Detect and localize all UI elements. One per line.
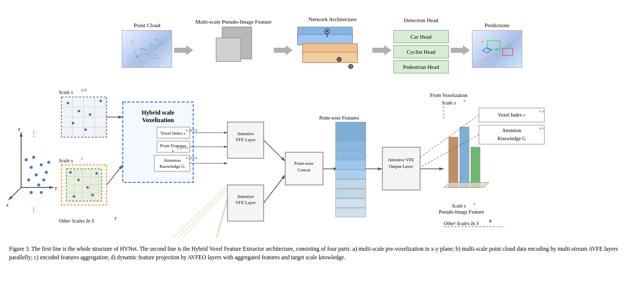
svg-text:t: t xyxy=(82,156,83,161)
svg-point-31 xyxy=(30,166,33,169)
arrow4 xyxy=(451,43,470,58)
diagram-area: z y x ⋮ ⋮ xyxy=(6,87,638,243)
detection-head-boxes: Car Head Cyclist Head Pedestrian Head xyxy=(393,30,449,73)
svg-text:R: R xyxy=(489,219,492,224)
svg-point-56 xyxy=(100,100,102,103)
svg-text:Pseudo-Image Feature: Pseudo-Image Feature xyxy=(439,209,484,215)
svg-rect-151 xyxy=(336,189,366,198)
svg-point-38 xyxy=(37,183,40,186)
detection-head-label: Detection Head xyxy=(404,17,438,23)
svg-point-37 xyxy=(42,178,45,181)
svg-text:Attention: Attention xyxy=(502,128,521,133)
svg-text:s_r: s_r xyxy=(539,126,544,130)
svg-text:Voxel Index  c: Voxel Index c xyxy=(160,131,186,136)
svg-text:z: z xyxy=(18,126,21,132)
point-cloud-image xyxy=(122,30,172,68)
svg-point-6 xyxy=(162,44,163,45)
point-cloud-section: Point Cloud xyxy=(122,22,172,68)
svg-point-75 xyxy=(73,195,75,198)
detection-head-section: Detection Head Car Head Cyclist Head Ped… xyxy=(393,17,449,73)
svg-point-33 xyxy=(40,163,43,166)
svg-rect-150 xyxy=(336,179,366,188)
svg-line-23 xyxy=(488,50,492,53)
svg-marker-10 xyxy=(174,45,193,55)
main-container: Point Cloud xyxy=(0,0,644,299)
network-arch-section: Network Architecture ⊕ ⊕ xyxy=(295,16,370,74)
svg-point-4 xyxy=(144,49,145,50)
svg-marker-11 xyxy=(274,45,293,55)
svg-marker-16 xyxy=(451,45,470,55)
svg-text:Other Scales In S: Other Scales In S xyxy=(444,221,479,226)
svg-text:Scale s: Scale s xyxy=(59,89,73,95)
svg-line-29 xyxy=(9,187,21,200)
svg-text:x: x xyxy=(6,202,9,208)
svg-line-130 xyxy=(207,200,227,238)
car-head-box: Car Head xyxy=(393,30,449,43)
svg-rect-159 xyxy=(449,137,458,187)
svg-text:From  Voxelization: From Voxelization xyxy=(430,92,467,98)
svg-point-74 xyxy=(96,172,98,175)
svg-text:T: T xyxy=(114,217,117,221)
svg-point-76 xyxy=(92,194,94,196)
svg-line-17 xyxy=(477,41,518,61)
diagram-svg: z y x ⋮ ⋮ xyxy=(6,87,638,238)
svg-text:⋮: ⋮ xyxy=(30,207,37,214)
svg-text:Knowledge  G: Knowledge G xyxy=(159,164,185,169)
svg-text:Attentive VFE: Attentive VFE xyxy=(388,157,415,162)
svg-point-3 xyxy=(134,53,135,54)
svg-text:Scale s: Scale s xyxy=(59,158,73,163)
svg-point-53 xyxy=(67,102,69,105)
svg-point-40 xyxy=(47,161,50,164)
svg-text:y: y xyxy=(54,184,57,190)
svg-rect-161 xyxy=(471,147,480,187)
svg-point-72 xyxy=(77,179,80,181)
pseudo-image-section: Multi-scale Pseudo-Image Feature xyxy=(195,19,272,72)
svg-marker-15 xyxy=(372,45,391,55)
svg-text:r: r xyxy=(464,98,465,103)
svg-point-42 xyxy=(40,191,43,194)
svg-text:Hybrid scale: Hybrid scale xyxy=(142,109,175,116)
svg-point-39 xyxy=(25,158,28,161)
network-arch-label: Network Architecture xyxy=(308,16,357,22)
svg-line-126 xyxy=(141,185,227,238)
svg-point-36 xyxy=(32,156,35,159)
svg-line-127 xyxy=(141,187,227,238)
predictions-label: Predictions xyxy=(485,22,510,28)
svg-rect-153 xyxy=(336,208,366,217)
svg-point-35 xyxy=(45,171,48,174)
svg-text:Voxel Index  c: Voxel Index c xyxy=(498,112,526,118)
svg-point-71 xyxy=(69,171,72,174)
cyclist-head-box: Cyclist Head xyxy=(393,45,449,58)
svg-point-5 xyxy=(154,54,155,55)
svg-point-73 xyxy=(87,186,89,189)
svg-marker-162 xyxy=(444,182,489,187)
svg-rect-19 xyxy=(488,41,500,50)
svg-point-55 xyxy=(89,114,92,116)
svg-text:Voxelization: Voxelization xyxy=(142,117,174,124)
svg-text:Scale s: Scale s xyxy=(452,203,466,209)
svg-text:Output Layer: Output Layer xyxy=(389,164,413,169)
svg-line-128 xyxy=(141,190,227,238)
svg-text:Attentive: Attentive xyxy=(237,131,254,136)
svg-text:Other Scales In S: Other Scales In S xyxy=(59,218,94,224)
predictions-image xyxy=(472,30,522,68)
arrow2 xyxy=(274,43,293,58)
svg-text:Attention: Attention xyxy=(164,158,181,163)
svg-point-41 xyxy=(30,191,33,194)
svg-line-24 xyxy=(482,51,488,53)
svg-text:⋮: ⋮ xyxy=(30,130,37,138)
predictions-section: Predictions xyxy=(472,22,522,68)
pseudo-image-label: Multi-scale Pseudo-Image Feature xyxy=(195,19,272,25)
svg-text:s_{t+1}: s_{t+1} xyxy=(186,156,197,160)
arrow3 xyxy=(372,43,391,58)
svg-line-1 xyxy=(127,43,168,63)
arrow1 xyxy=(174,43,193,58)
svg-text:Concat: Concat xyxy=(297,167,310,172)
svg-rect-145 xyxy=(336,132,366,141)
svg-text:s_{t+1}: s_{t+1} xyxy=(177,146,188,150)
svg-point-7 xyxy=(139,60,140,61)
svg-point-13 xyxy=(326,30,328,32)
svg-point-58 xyxy=(85,129,87,131)
svg-text:VFE Layer: VFE Layer xyxy=(235,137,256,142)
svg-text:s_r: s_r xyxy=(539,109,544,113)
